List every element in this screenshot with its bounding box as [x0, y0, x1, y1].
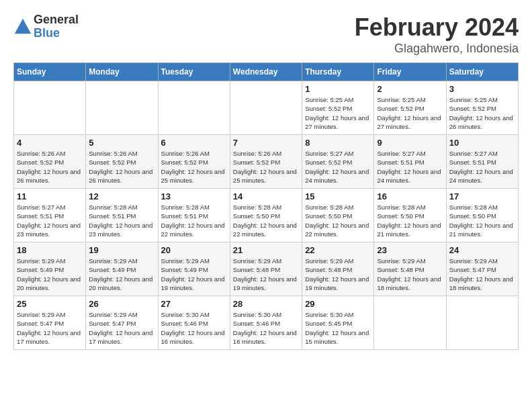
calendar-week-5: 25Sunrise: 5:29 AM Sunset: 5:47 PM Dayli… [14, 296, 519, 350]
day-info: Sunrise: 5:29 AM Sunset: 5:48 PM Dayligh… [305, 257, 371, 292]
calendar-cell: 22Sunrise: 5:29 AM Sunset: 5:48 PM Dayli… [302, 242, 374, 296]
calendar-cell: 9Sunrise: 5:27 AM Sunset: 5:51 PM Daylig… [374, 135, 446, 189]
calendar-cell: 4Sunrise: 5:26 AM Sunset: 5:52 PM Daylig… [14, 135, 86, 189]
logo-icon [13, 17, 32, 36]
calendar-cell: 29Sunrise: 5:30 AM Sunset: 5:45 PM Dayli… [302, 296, 374, 350]
day-number: 26 [89, 299, 154, 309]
day-number: 1 [305, 84, 371, 94]
logo-general: General [34, 13, 79, 27]
day-number: 13 [161, 191, 227, 201]
day-number: 27 [161, 299, 227, 309]
day-number: 25 [17, 299, 83, 309]
logo-text: General Blue [34, 13, 79, 40]
calendar-cell: 23Sunrise: 5:29 AM Sunset: 5:48 PM Dayli… [374, 242, 446, 296]
calendar-cell: 25Sunrise: 5:29 AM Sunset: 5:47 PM Dayli… [14, 296, 86, 350]
day-info: Sunrise: 5:26 AM Sunset: 5:52 PM Dayligh… [161, 149, 227, 185]
calendar-week-2: 4Sunrise: 5:26 AM Sunset: 5:52 PM Daylig… [14, 135, 519, 189]
header-thursday: Thursday [302, 63, 374, 81]
day-info: Sunrise: 5:30 AM Sunset: 5:46 PM Dayligh… [233, 310, 299, 346]
calendar-cell: 2Sunrise: 5:25 AM Sunset: 5:52 PM Daylig… [374, 81, 446, 135]
calendar-cell: 21Sunrise: 5:29 AM Sunset: 5:48 PM Dayli… [230, 242, 302, 296]
calendar-cell: 27Sunrise: 5:30 AM Sunset: 5:46 PM Dayli… [158, 296, 230, 350]
day-number: 6 [161, 138, 227, 148]
calendar-header: Sunday Monday Tuesday Wednesday Thursday… [14, 63, 519, 81]
day-info: Sunrise: 5:29 AM Sunset: 5:47 PM Dayligh… [89, 310, 154, 346]
day-number: 16 [377, 191, 443, 201]
calendar-cell: 12Sunrise: 5:28 AM Sunset: 5:51 PM Dayli… [86, 189, 158, 242]
day-number: 14 [233, 191, 299, 201]
day-info: Sunrise: 5:28 AM Sunset: 5:51 PM Dayligh… [89, 203, 154, 238]
day-info: Sunrise: 5:25 AM Sunset: 5:52 PM Dayligh… [449, 95, 515, 131]
day-number: 24 [449, 245, 515, 255]
day-info: Sunrise: 5:29 AM Sunset: 5:48 PM Dayligh… [377, 257, 443, 292]
day-number: 21 [233, 245, 299, 255]
calendar-cell: 20Sunrise: 5:29 AM Sunset: 5:49 PM Dayli… [158, 242, 230, 296]
calendar-cell [446, 296, 518, 350]
calendar-cell [158, 81, 230, 135]
calendar-cell [230, 81, 302, 135]
calendar-cell: 10Sunrise: 5:27 AM Sunset: 5:51 PM Dayli… [446, 135, 518, 189]
day-info: Sunrise: 5:28 AM Sunset: 5:50 PM Dayligh… [449, 203, 515, 238]
calendar-week-4: 18Sunrise: 5:29 AM Sunset: 5:49 PM Dayli… [14, 242, 519, 296]
calendar-cell: 24Sunrise: 5:29 AM Sunset: 5:47 PM Dayli… [446, 242, 518, 296]
header-row: Sunday Monday Tuesday Wednesday Thursday… [14, 63, 519, 81]
calendar-cell: 3Sunrise: 5:25 AM Sunset: 5:52 PM Daylig… [446, 81, 518, 135]
svg-marker-0 [15, 19, 31, 34]
day-info: Sunrise: 5:28 AM Sunset: 5:50 PM Dayligh… [377, 203, 443, 238]
day-info: Sunrise: 5:28 AM Sunset: 5:50 PM Dayligh… [305, 203, 371, 238]
day-number: 3 [449, 84, 515, 94]
day-info: Sunrise: 5:25 AM Sunset: 5:52 PM Dayligh… [377, 95, 443, 131]
calendar-cell: 6Sunrise: 5:26 AM Sunset: 5:52 PM Daylig… [158, 135, 230, 189]
calendar-table: Sunday Monday Tuesday Wednesday Thursday… [13, 62, 519, 350]
day-info: Sunrise: 5:26 AM Sunset: 5:52 PM Dayligh… [17, 149, 83, 185]
calendar-cell: 8Sunrise: 5:27 AM Sunset: 5:52 PM Daylig… [302, 135, 374, 189]
logo: General Blue [13, 13, 79, 40]
calendar-cell [374, 296, 446, 350]
calendar-cell: 5Sunrise: 5:26 AM Sunset: 5:52 PM Daylig… [86, 135, 158, 189]
calendar-cell: 26Sunrise: 5:29 AM Sunset: 5:47 PM Dayli… [86, 296, 158, 350]
location-title: Glagahwero, Indonesia [355, 42, 519, 56]
month-title: February 2024 [355, 13, 519, 42]
day-info: Sunrise: 5:25 AM Sunset: 5:52 PM Dayligh… [305, 95, 371, 131]
day-number: 22 [305, 245, 371, 255]
page-header: General Blue February 2024 Glagahwero, I… [13, 13, 519, 56]
header-saturday: Saturday [446, 63, 518, 81]
day-info: Sunrise: 5:28 AM Sunset: 5:51 PM Dayligh… [161, 203, 227, 238]
logo-blue: Blue [34, 27, 79, 40]
day-info: Sunrise: 5:27 AM Sunset: 5:51 PM Dayligh… [17, 203, 83, 238]
day-number: 15 [305, 191, 371, 201]
calendar-cell: 19Sunrise: 5:29 AM Sunset: 5:49 PM Dayli… [86, 242, 158, 296]
day-number: 20 [161, 245, 227, 255]
calendar-cell: 15Sunrise: 5:28 AM Sunset: 5:50 PM Dayli… [302, 189, 374, 242]
calendar-cell: 13Sunrise: 5:28 AM Sunset: 5:51 PM Dayli… [158, 189, 230, 242]
day-number: 8 [305, 138, 371, 148]
day-info: Sunrise: 5:27 AM Sunset: 5:52 PM Dayligh… [305, 149, 371, 185]
header-wednesday: Wednesday [230, 63, 302, 81]
day-info: Sunrise: 5:26 AM Sunset: 5:52 PM Dayligh… [233, 149, 299, 185]
calendar-cell: 11Sunrise: 5:27 AM Sunset: 5:51 PM Dayli… [14, 189, 86, 242]
calendar-cell: 14Sunrise: 5:28 AM Sunset: 5:50 PM Dayli… [230, 189, 302, 242]
calendar-cell: 17Sunrise: 5:28 AM Sunset: 5:50 PM Dayli… [446, 189, 518, 242]
day-info: Sunrise: 5:26 AM Sunset: 5:52 PM Dayligh… [89, 149, 154, 185]
header-sunday: Sunday [14, 63, 86, 81]
day-info: Sunrise: 5:30 AM Sunset: 5:45 PM Dayligh… [305, 310, 371, 346]
calendar-cell [86, 81, 158, 135]
day-number: 23 [377, 245, 443, 255]
day-number: 2 [377, 84, 443, 94]
calendar-week-1: 1Sunrise: 5:25 AM Sunset: 5:52 PM Daylig… [14, 81, 519, 135]
calendar-cell: 1Sunrise: 5:25 AM Sunset: 5:52 PM Daylig… [302, 81, 374, 135]
day-number: 19 [89, 245, 154, 255]
calendar-cell: 7Sunrise: 5:26 AM Sunset: 5:52 PM Daylig… [230, 135, 302, 189]
calendar-week-3: 11Sunrise: 5:27 AM Sunset: 5:51 PM Dayli… [14, 189, 519, 242]
day-number: 7 [233, 138, 299, 148]
day-number: 11 [17, 191, 83, 201]
day-info: Sunrise: 5:29 AM Sunset: 5:49 PM Dayligh… [161, 257, 227, 292]
calendar-cell [14, 81, 86, 135]
day-number: 18 [17, 245, 83, 255]
day-number: 12 [89, 191, 154, 201]
day-number: 5 [89, 138, 154, 148]
day-info: Sunrise: 5:29 AM Sunset: 5:47 PM Dayligh… [17, 310, 83, 346]
day-info: Sunrise: 5:29 AM Sunset: 5:49 PM Dayligh… [17, 257, 83, 292]
header-monday: Monday [86, 63, 158, 81]
day-number: 9 [377, 138, 443, 148]
